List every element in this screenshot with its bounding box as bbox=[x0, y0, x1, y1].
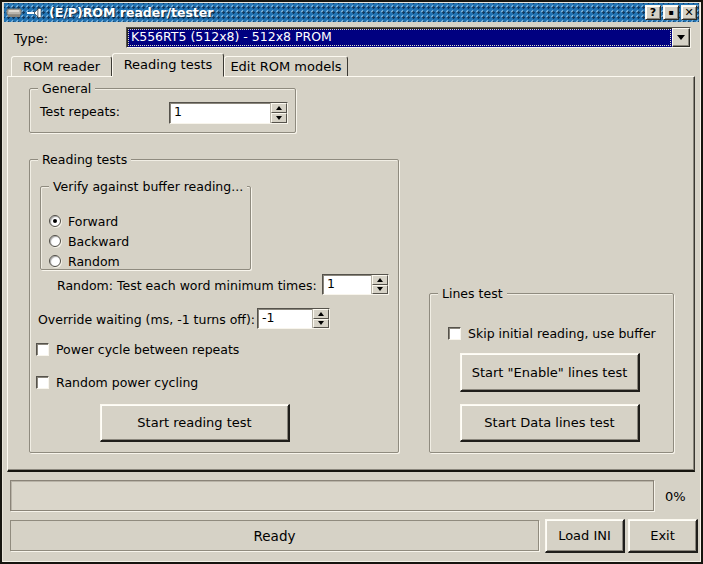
random-power-checkbox[interactable]: Random power cycling bbox=[36, 374, 198, 390]
radio-random[interactable]: Random bbox=[49, 253, 120, 269]
close-button[interactable]: ✕ bbox=[681, 5, 697, 20]
power-cycle-checkbox[interactable]: Power cycle between repeats bbox=[36, 341, 239, 357]
window-title: (E/P)ROM reader/tester bbox=[49, 5, 643, 20]
test-repeats-spinner bbox=[270, 103, 287, 123]
spin-up-button[interactable] bbox=[372, 275, 388, 285]
override-waiting-value[interactable]: -1 bbox=[258, 309, 312, 328]
combobox-dropdown-button[interactable] bbox=[672, 28, 690, 47]
arrow-up-icon bbox=[276, 106, 282, 110]
radio-backward[interactable]: Backward bbox=[49, 233, 129, 249]
test-repeats-value[interactable]: 1 bbox=[170, 103, 270, 123]
random-power-checkbox-box[interactable] bbox=[36, 376, 49, 389]
type-label: Type: bbox=[14, 31, 48, 46]
test-repeats-spinedit[interactable]: 1 bbox=[169, 102, 288, 124]
general-groupbox: General Test repeats: 1 bbox=[29, 88, 296, 133]
help-button[interactable]: ? bbox=[645, 5, 661, 20]
maximize-button[interactable]: ▪ bbox=[663, 5, 679, 20]
random-power-checkbox-label: Random power cycling bbox=[56, 375, 198, 390]
spin-up-button[interactable] bbox=[271, 103, 287, 113]
random-min-times-value[interactable]: 1 bbox=[323, 275, 371, 294]
override-waiting-spinedit[interactable]: -1 bbox=[257, 308, 330, 329]
reading-tests-groupbox-title: Reading tests bbox=[38, 152, 131, 167]
override-waiting-spinner bbox=[312, 309, 329, 328]
chevron-down-icon bbox=[677, 35, 685, 40]
arrow-up-icon bbox=[318, 312, 324, 316]
progress-percent-label: 0% bbox=[665, 489, 686, 504]
skip-initial-reading-checkbox-box[interactable] bbox=[448, 327, 461, 340]
reading-tests-tabsheet: General Test repeats: 1 Reading tests Ve… bbox=[7, 76, 695, 472]
radio-random-circle[interactable] bbox=[49, 255, 61, 267]
radio-backward-circle[interactable] bbox=[49, 235, 61, 247]
reading-tests-groupbox: Reading tests Verify against buffer read… bbox=[29, 159, 399, 453]
lines-test-groupbox: Lines test Skip initial reading, use buf… bbox=[429, 293, 674, 453]
arrow-down-icon bbox=[276, 116, 282, 120]
titlebar[interactable]: (E/P)ROM reader/tester ? ▪ ✕ bbox=[4, 3, 699, 22]
tab-reading-tests[interactable]: Reading tests bbox=[112, 53, 224, 77]
status-panel: Ready bbox=[10, 520, 539, 551]
tab-rom-reader[interactable]: ROM reader bbox=[11, 56, 112, 77]
spin-down-button[interactable] bbox=[271, 113, 287, 123]
power-cycle-checkbox-label: Power cycle between repeats bbox=[56, 342, 239, 357]
exit-button[interactable]: Exit bbox=[628, 519, 698, 553]
verify-groupbox-title: Verify against buffer reading... bbox=[49, 179, 247, 194]
random-min-times-spinner bbox=[371, 275, 388, 294]
rom-type-combobox[interactable]: K556RT5 (512x8) - 512x8 PROM bbox=[126, 27, 691, 48]
spin-down-button[interactable] bbox=[372, 285, 388, 295]
random-min-times-label: Random: Test each word minimum times: bbox=[57, 278, 317, 293]
spin-up-button[interactable] bbox=[313, 309, 329, 319]
load-ini-button[interactable]: Load INI bbox=[545, 519, 625, 553]
power-cycle-checkbox-box[interactable] bbox=[36, 343, 49, 356]
arrow-up-icon bbox=[377, 278, 383, 282]
lines-test-groupbox-title: Lines test bbox=[438, 286, 507, 301]
radio-random-label: Random bbox=[68, 254, 120, 269]
pin-icon bbox=[27, 7, 43, 19]
tab-edit-rom-models[interactable]: Edit ROM models bbox=[224, 56, 348, 77]
radio-forward[interactable]: Forward bbox=[49, 213, 118, 229]
random-min-times-spinedit[interactable]: 1 bbox=[322, 274, 389, 295]
skip-initial-reading-checkbox[interactable]: Skip initial reading, use buffer bbox=[448, 325, 656, 341]
window-client-area: (E/P)ROM reader/tester ? ▪ ✕ Type: K556R… bbox=[2, 2, 701, 562]
skip-initial-reading-checkbox-label: Skip initial reading, use buffer bbox=[468, 326, 656, 341]
general-groupbox-title: General bbox=[38, 81, 95, 96]
start-enable-lines-test-button[interactable]: Start "Enable" lines test bbox=[460, 353, 640, 392]
progress-bar bbox=[10, 480, 654, 511]
radio-forward-label: Forward bbox=[68, 214, 118, 229]
arrow-down-icon bbox=[377, 287, 383, 291]
test-repeats-label: Test repeats: bbox=[40, 104, 120, 119]
start-reading-test-button[interactable]: Start reading test bbox=[100, 404, 290, 442]
verify-groupbox: Verify against buffer reading... Forward… bbox=[40, 186, 251, 270]
override-waiting-label: Override waiting (ms, -1 turns off): bbox=[38, 312, 255, 327]
app-window: (E/P)ROM reader/tester ? ▪ ✕ Type: K556R… bbox=[0, 0, 703, 564]
radio-forward-circle[interactable] bbox=[49, 215, 61, 227]
status-text: Ready bbox=[254, 528, 296, 544]
spin-down-button[interactable] bbox=[313, 319, 329, 329]
rom-type-selected-value[interactable]: K556RT5 (512x8) - 512x8 PROM bbox=[127, 28, 672, 47]
eprom-chip-icon bbox=[6, 7, 24, 19]
start-data-lines-test-button[interactable]: Start Data lines test bbox=[460, 404, 640, 442]
radio-backward-label: Backward bbox=[68, 234, 129, 249]
arrow-down-icon bbox=[318, 321, 324, 325]
